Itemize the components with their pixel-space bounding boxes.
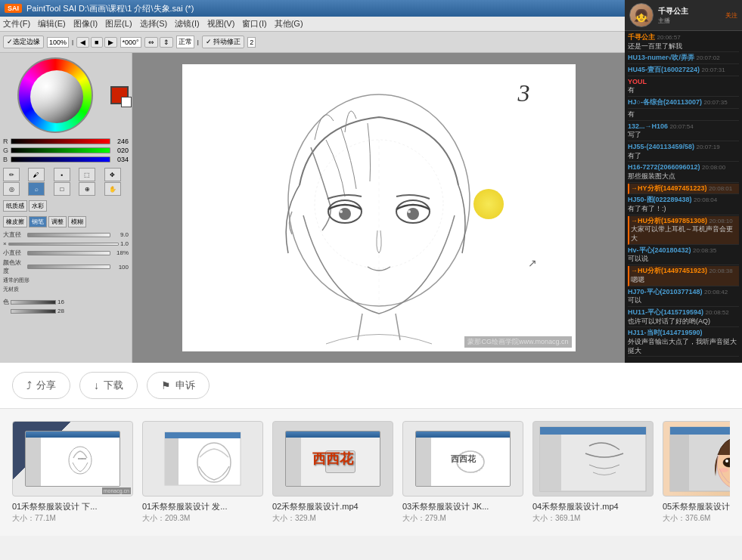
streamer-label: 主播 bbox=[658, 17, 721, 25]
rgb-g-label: G bbox=[3, 147, 9, 154]
toolbar-zoom[interactable]: 100% bbox=[47, 37, 69, 48]
tool-hand[interactable]: ✋ bbox=[104, 182, 121, 196]
menu-view[interactable]: 视图(V) bbox=[207, 18, 235, 29]
tool-zoom[interactable]: ⊕ bbox=[79, 182, 95, 196]
menu-image[interactable]: 图像(I) bbox=[73, 18, 98, 29]
tool-watercolor[interactable]: 水彩 bbox=[29, 200, 47, 212]
tool-eraser[interactable]: □ bbox=[54, 182, 70, 196]
color-swatches bbox=[110, 86, 129, 104]
tool-mode-labels2: 橡皮擦 钢笔 调整 模糊 bbox=[3, 216, 129, 227]
video-info-3: 02禾祭祭服装设计.mp4 大小：329.M bbox=[272, 501, 393, 524]
toolbar-reset[interactable]: ■ bbox=[91, 37, 102, 48]
chat-username-9: →HY分析(14497451223) bbox=[631, 184, 707, 192]
video-watermark: 蒙那CG绘画学院www.monacg.cn bbox=[464, 336, 571, 348]
toolbar-mode[interactable]: 正常 bbox=[176, 36, 194, 48]
chat-text-13: 嗯嗯 bbox=[631, 276, 739, 285]
chat-username-3: HU45-壹百(160027224) bbox=[628, 66, 700, 73]
tool-texture[interactable]: 纸质感 bbox=[3, 200, 27, 212]
download-button[interactable]: ↓ 下载 bbox=[79, 372, 138, 399]
tool-adjust-btn[interactable]: 调整 bbox=[48, 216, 67, 227]
rgb-g-slider[interactable] bbox=[11, 147, 110, 153]
svg-rect-13 bbox=[165, 432, 241, 438]
chat-time-6: 20:07:54 bbox=[670, 123, 694, 130]
video-list-section: monacg.cn 01禾祭祭服装设计 下... 大小：77.1M bbox=[0, 409, 742, 536]
sai-titlebar: SAI PaintTool SAI D:\画画\课程\1 介绍\失象.sai (… bbox=[0, 0, 625, 17]
tool-pencil[interactable]: ✏ bbox=[3, 168, 20, 181]
chat-text-15: 也许可以对话了好的哟(AQ) bbox=[628, 317, 739, 326]
video-thumbnail-2 bbox=[142, 421, 263, 497]
menu-filter[interactable]: 滤镜(I) bbox=[175, 18, 199, 29]
toolbar-checkbox2[interactable]: ✓ 抖动修正 bbox=[202, 36, 245, 48]
follow-button[interactable]: 关注 bbox=[725, 11, 737, 20]
menu-other[interactable]: 其他(G) bbox=[275, 18, 303, 29]
thumb-overlay-3: 西西花 bbox=[273, 422, 393, 496]
svg-point-27 bbox=[725, 459, 728, 463]
report-label: 申诉 bbox=[175, 379, 195, 392]
chat-msg-9: →HY分析(14497451223) 20:08:01 bbox=[628, 184, 739, 195]
color-primary[interactable] bbox=[110, 86, 129, 104]
share-label: 分享 bbox=[36, 379, 56, 392]
color-secondary[interactable] bbox=[121, 97, 132, 107]
video-title-5: 04禾祭祭服装设计.mp4 bbox=[532, 501, 654, 512]
toolbar-next[interactable]: ▶ bbox=[104, 37, 117, 48]
brush-size-slider[interactable] bbox=[27, 233, 110, 237]
svg-rect-19 bbox=[540, 427, 646, 435]
thumb-content-6 bbox=[663, 422, 730, 496]
thumb-content-5 bbox=[533, 422, 653, 496]
thumb-sketch-1 bbox=[61, 441, 99, 483]
chat-time-14: 20:08:42 bbox=[704, 289, 728, 295]
rgb-b-slider[interactable] bbox=[11, 156, 110, 162]
tool-brush[interactable]: 🖌 bbox=[28, 168, 45, 181]
video-card-4[interactable]: 西西花 03禾祭祭服装设计 JK... 大小：279.M bbox=[402, 421, 523, 524]
video-grid: monacg.cn 01禾祭祭服装设计 下... 大小：77.1M bbox=[12, 421, 730, 524]
chat-text-14: 可以 bbox=[628, 296, 739, 305]
color-slider[interactable] bbox=[11, 300, 56, 305]
menu-edit[interactable]: 编辑(E) bbox=[38, 18, 66, 29]
thumb-canvas-1 bbox=[41, 438, 120, 486]
video-card-3[interactable]: 西西花 02禾祭祭服装设计.mp4 大小：329.M bbox=[272, 421, 393, 524]
thumb-overlay-4: 西西花 bbox=[403, 422, 523, 496]
video-card-5[interactable]: 04禾祭祭服装设计.mp4 大小：369.1M bbox=[532, 421, 654, 524]
share-button[interactable]: ⤴ 分享 bbox=[12, 372, 70, 399]
brush-opacity-slider[interactable] bbox=[27, 265, 110, 269]
tool-select[interactable]: ⬚ bbox=[79, 168, 95, 181]
menu-layer[interactable]: 图层(L) bbox=[105, 18, 132, 29]
chat-text-11: 大家可以带上耳机～耳机声音会更大 bbox=[631, 225, 739, 243]
video-card-1[interactable]: monacg.cn 01禾祭祭服装设计 下... 大小：77.1M bbox=[12, 421, 133, 524]
menu-window[interactable]: 窗口(I) bbox=[242, 18, 266, 29]
chat-username-2: HU13-numer√吹/弄弄 bbox=[628, 54, 694, 61]
menu-select[interactable]: 选择(S) bbox=[140, 18, 168, 29]
toolbar-checkbox-edge[interactable]: ✓选定边缘 bbox=[3, 36, 44, 48]
chat-text-16: 外设声音输出大点了，我听声音挺大挺大 bbox=[628, 338, 739, 355]
video-card-2[interactable]: 01禾祭祭服装设计 发... 大小：209.3M bbox=[142, 421, 263, 524]
tool-pen-btn[interactable]: 钢笔 bbox=[29, 216, 47, 227]
rgb-r-slider[interactable] bbox=[11, 138, 110, 144]
brush-size-value: 9.0 bbox=[112, 231, 129, 238]
toolbar-separator2: | bbox=[197, 39, 199, 45]
toolbar-flip-h[interactable]: ⇔ bbox=[144, 37, 158, 48]
tool-blur-btn[interactable]: 模糊 bbox=[68, 216, 86, 227]
chat-msg-15: HU11-平心(1415719594) 20:08:52 也许可以对话了好的哟(… bbox=[628, 308, 739, 327]
video-title-6: 05禾祭祭服装设计作业... bbox=[663, 501, 730, 512]
tool-eye[interactable]: ◎ bbox=[3, 182, 20, 196]
menu-file[interactable]: 文件(F) bbox=[3, 18, 30, 29]
other-slider[interactable] bbox=[11, 309, 56, 314]
color-wheel[interactable] bbox=[17, 57, 93, 133]
report-button[interactable]: ⚑ 申诉 bbox=[147, 372, 210, 399]
tool-move[interactable]: ✥ bbox=[104, 168, 121, 181]
thumb-bar-1 bbox=[26, 432, 120, 438]
toolbar-rotation[interactable]: *000° bbox=[120, 37, 141, 48]
chat-msg-3: HU45-壹百(160027224) 20:07:31 bbox=[628, 65, 739, 76]
chat-text-1: 还是一百里了解我 bbox=[628, 42, 739, 51]
tool-eraser-btn[interactable]: 橡皮擦 bbox=[3, 216, 27, 227]
toolbar-correction[interactable]: 2 bbox=[247, 37, 256, 48]
drawing-canvas[interactable]: 3 ↗ bbox=[182, 64, 576, 351]
tool-fill[interactable]: ▪ bbox=[54, 168, 70, 181]
toolbar-prev[interactable]: ◀ bbox=[76, 37, 89, 48]
tool-pen-active[interactable]: ⌕ bbox=[28, 182, 45, 196]
brush-min-slider[interactable] bbox=[27, 251, 110, 255]
chat-text-8: 那些服装图大点 bbox=[628, 172, 739, 181]
video-card-6[interactable]: 05禾祭祭服装设计作业... 大小：376.6M bbox=[663, 421, 730, 524]
toolbar-flip-v[interactable]: ⇕ bbox=[160, 37, 173, 48]
mult-slider[interactable] bbox=[8, 243, 119, 246]
